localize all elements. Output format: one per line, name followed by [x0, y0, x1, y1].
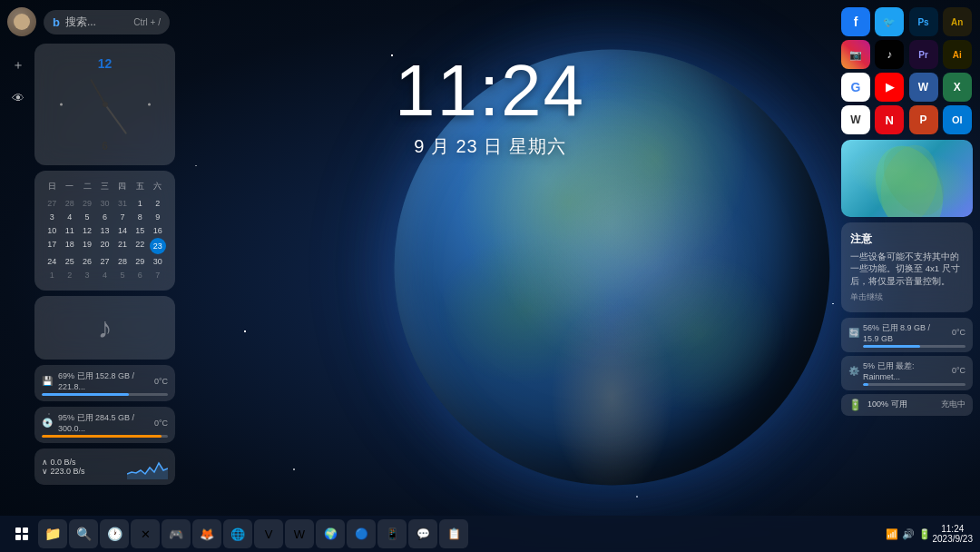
- clock-6: 6: [102, 140, 108, 153]
- cal-day[interactable]: 7: [150, 269, 166, 281]
- network-row: ∧ 0.0 B/s ∨ 223.0 B/s: [42, 454, 168, 479]
- cal-day[interactable]: 15: [132, 224, 148, 237]
- app8-icon: V: [265, 527, 273, 541]
- taskbar-app6[interactable]: 🦊: [192, 519, 221, 548]
- cal-day[interactable]: 7: [114, 211, 131, 223]
- app-powerpoint[interactable]: P: [909, 105, 938, 134]
- cal-day[interactable]: 10: [44, 224, 60, 237]
- taskbar-app11[interactable]: 🔵: [347, 519, 376, 548]
- cal-day[interactable]: 16: [150, 224, 166, 237]
- taskbar-app10[interactable]: 🌍: [316, 519, 345, 548]
- win-sq-tl: [15, 527, 21, 533]
- taskbar-file-explorer[interactable]: 📁: [38, 519, 67, 548]
- app-word[interactable]: W: [909, 73, 938, 102]
- cal-day[interactable]: 6: [132, 269, 148, 281]
- taskbar-app12[interactable]: 📱: [377, 519, 407, 548]
- cal-day[interactable]: 19: [79, 238, 95, 254]
- app-photoshop[interactable]: Ps: [909, 7, 938, 36]
- music-widget[interactable]: ♪: [34, 296, 175, 360]
- app-netflix[interactable]: N: [875, 105, 904, 134]
- cal-day[interactable]: 27: [96, 255, 113, 268]
- avatar[interactable]: [7, 7, 36, 36]
- taskbar-app13[interactable]: 💬: [408, 519, 437, 548]
- cal-day[interactable]: 30: [96, 197, 113, 210]
- cal-day[interactable]: 24: [44, 255, 60, 268]
- cal-day[interactable]: 5: [114, 269, 131, 281]
- cal-day-today[interactable]: 23: [150, 238, 166, 254]
- network-tray-icon[interactable]: 📶: [886, 528, 898, 540]
- win11-leaf-svg: [841, 140, 973, 217]
- cal-day[interactable]: 4: [96, 269, 113, 281]
- app10-icon: 🌍: [324, 527, 338, 540]
- app-animate[interactable]: An: [943, 7, 972, 36]
- taskbar-app5[interactable]: 🎮: [162, 519, 191, 548]
- app-illustrator[interactable]: Ai: [943, 40, 972, 69]
- cal-day[interactable]: 13: [96, 224, 113, 237]
- app13-icon: 💬: [416, 527, 430, 540]
- win-sq-tr: [23, 527, 28, 533]
- app-facebook[interactable]: f: [841, 7, 870, 36]
- cal-day[interactable]: 18: [61, 238, 77, 254]
- notice-link[interactable]: 单击继续: [850, 291, 964, 303]
- search-placeholder: 搜索...: [65, 15, 128, 30]
- cal-day[interactable]: 29: [79, 197, 95, 210]
- taskbar-app7[interactable]: 🌐: [223, 519, 252, 548]
- cal-day[interactable]: 28: [114, 255, 131, 268]
- cal-day[interactable]: 2: [61, 269, 77, 281]
- network-widget: ∧ 0.0 B/s ∨ 223.0 B/s: [34, 448, 175, 485]
- win11-wallpaper-preview[interactable]: [841, 140, 973, 217]
- cal-day[interactable]: 4: [61, 211, 77, 223]
- app-google[interactable]: G: [841, 73, 870, 102]
- cal-day[interactable]: 26: [79, 255, 95, 268]
- cal-day[interactable]: 8: [132, 211, 148, 223]
- cal-day[interactable]: 22: [132, 238, 148, 254]
- taskbar-time[interactable]: 11:24 2023/9/23: [933, 524, 974, 544]
- start-button[interactable]: [7, 519, 36, 548]
- drive-d-temp: 0°C: [154, 419, 168, 428]
- cal-day[interactable]: 6: [96, 211, 113, 223]
- app-instagram[interactable]: 📷: [841, 40, 870, 69]
- cal-day[interactable]: 28: [61, 197, 77, 210]
- cal-day[interactable]: 25: [61, 255, 77, 268]
- search-bar[interactable]: b 搜索... Ctrl + /: [44, 10, 170, 34]
- cal-day[interactable]: 3: [79, 269, 95, 281]
- app-outlook[interactable]: Ol: [943, 105, 972, 134]
- cpu-row: ⚙️ 5% 已用 最差: Rainmet... 0°C: [848, 360, 965, 381]
- eye-icon[interactable]: 👁: [7, 87, 29, 109]
- app-tiktok[interactable]: ♪: [875, 40, 904, 69]
- cal-day[interactable]: 11: [61, 224, 77, 237]
- taskbar-search[interactable]: 🔍: [69, 519, 98, 548]
- cal-day[interactable]: 31: [114, 197, 131, 210]
- cal-day[interactable]: 5: [79, 211, 95, 223]
- cal-day[interactable]: 9: [150, 211, 166, 223]
- cal-day[interactable]: 1: [44, 269, 60, 281]
- volume-tray-icon[interactable]: 🔊: [902, 528, 915, 540]
- cal-day[interactable]: 2: [150, 197, 166, 210]
- app-wikipedia[interactable]: W: [841, 105, 870, 134]
- center-date-display: 9 月 23 日 星期六: [395, 134, 585, 159]
- taskbar-app8[interactable]: V: [254, 519, 283, 548]
- app-twitter[interactable]: 🐦: [875, 7, 904, 36]
- cal-day[interactable]: 20: [96, 238, 113, 254]
- taskbar-app4[interactable]: ✕: [131, 519, 160, 548]
- app-excel[interactable]: X: [943, 73, 972, 102]
- cal-day[interactable]: 1: [132, 197, 148, 210]
- app-youtube[interactable]: ▶: [875, 73, 904, 102]
- cal-day[interactable]: 29: [132, 255, 148, 268]
- cal-day[interactable]: 17: [44, 238, 60, 254]
- taskbar-app14[interactable]: 📋: [439, 519, 468, 548]
- cal-day[interactable]: 12: [79, 224, 95, 237]
- left-sidebar: b 搜索... Ctrl + / ＋ 👁 12 6 日 一 二: [0, 0, 177, 552]
- cal-day[interactable]: 14: [114, 224, 131, 237]
- cal-day[interactable]: 30: [150, 255, 166, 268]
- battery-tray-icon[interactable]: 🔋: [918, 528, 931, 540]
- cal-day[interactable]: 27: [44, 197, 60, 210]
- taskbar-app9[interactable]: W: [285, 519, 314, 548]
- wikipedia-label: W: [850, 113, 860, 126]
- add-widget-icon[interactable]: ＋: [7, 54, 29, 76]
- taskbar-clock[interactable]: 🕐: [100, 519, 129, 548]
- app-premiere[interactable]: Pr: [909, 40, 938, 69]
- cal-day[interactable]: 3: [44, 211, 60, 223]
- network-graph: [127, 454, 168, 479]
- cal-day[interactable]: 21: [114, 238, 131, 254]
